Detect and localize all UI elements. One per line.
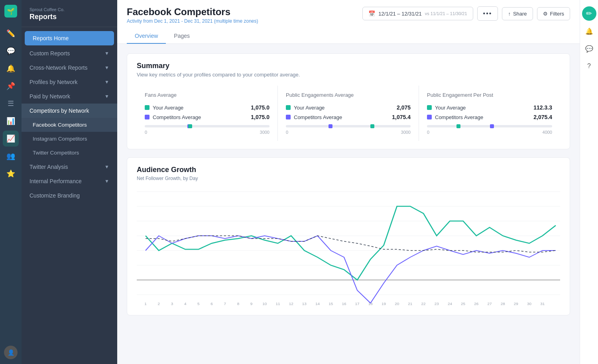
sidebar-item-internal-performance[interactable]: Internal Performance ▼ — [22, 174, 117, 188]
sidebar-item-instagram-competitors[interactable]: Instagram Competitors — [22, 132, 117, 146]
tab-pages[interactable]: Pages — [166, 29, 198, 44]
sidebar-item-profiles-by-network[interactable]: Profiles by Network ▼ — [22, 75, 117, 89]
sidebar-item-custom-reports-label: Custom Reports — [30, 50, 70, 57]
help-button[interactable]: ? — [582, 59, 596, 73]
nav-icon-social[interactable]: 👥 — [3, 148, 19, 164]
user-avatar[interactable]: 👤 — [4, 346, 18, 359]
svg-text:2: 2 — [158, 301, 160, 305]
sidebar-item-facebook-label: Facebook Competitors — [33, 122, 87, 128]
sidebar-item-instagram-label: Instagram Competitors — [33, 136, 87, 142]
svg-text:9: 9 — [250, 301, 253, 305]
main-header: Facebook Competitors Activity from Dec 1… — [117, 0, 580, 44]
engagement-your-label: Your Average — [294, 105, 325, 111]
compose-button[interactable]: ✏ — [582, 6, 596, 21]
engagement-bar-track — [286, 125, 411, 127]
sidebar-nav: Reports Home Custom Reports ▼ Cross-Netw… — [22, 27, 117, 364]
more-options-button[interactable]: ••• — [477, 6, 498, 21]
per-post-axis-min: 0 — [427, 130, 429, 135]
svg-text:18: 18 — [368, 301, 373, 305]
sidebar-item-twitter-competitors[interactable]: Twitter Competitors — [22, 146, 117, 160]
svg-text:22: 22 — [421, 301, 426, 305]
notifications-button[interactable]: 🔔 — [582, 24, 596, 38]
nav-icon-compose[interactable]: ✏️ — [3, 25, 19, 41]
svg-text:5: 5 — [197, 301, 200, 305]
nav-icon-reports[interactable]: 📈 — [3, 131, 19, 147]
summary-card: Summary View key metrics of your profile… — [127, 53, 570, 149]
nav-icon-inbox[interactable]: 💬 — [3, 43, 19, 59]
sidebar-brand: Sprout Coffee Co. — [30, 7, 109, 12]
chevron-icon: ▼ — [104, 65, 109, 70]
sidebar-item-twitter-label: Twitter Competitors — [33, 150, 79, 156]
calendar-icon: 📅 — [368, 10, 375, 17]
svg-text:27: 27 — [487, 301, 492, 305]
svg-text:1: 1 — [144, 301, 147, 305]
svg-text:13: 13 — [302, 301, 307, 305]
sidebar: Sprout Coffee Co. Reports Reports Home C… — [22, 0, 117, 364]
nav-icon-star[interactable]: ⭐ — [3, 166, 19, 182]
engagement-your-marker — [370, 124, 374, 128]
metric-fans-average: Fans Average Your Average 1,075.0 Compet… — [137, 86, 278, 141]
per-post-your-legend: Your Average — [427, 105, 466, 111]
nav-icon-publish[interactable]: 📌 — [3, 78, 19, 94]
svg-text:26: 26 — [474, 301, 478, 305]
filters-button[interactable]: ⚙ Filters — [537, 7, 570, 20]
per-post-your-marker — [456, 124, 460, 128]
metric-fans-comp-row: Competitors Average 1,075.0 — [145, 114, 269, 120]
share-icon: ↑ — [508, 11, 511, 17]
subtitle-prefix: Activity from Dec 1, 2021 - Dec 31, 2021… — [127, 18, 216, 24]
fans-your-label: Your Average — [153, 105, 183, 111]
chart-container: 60 50 40 30 20 10 0 -10 1 — [137, 188, 560, 307]
audience-growth-title: Audience Growth — [137, 166, 560, 174]
metric-engagement-label: Public Engagements Average — [286, 92, 411, 98]
header-top: Facebook Competitors Activity from Dec 1… — [127, 6, 570, 24]
sidebar-section-title: Reports — [30, 13, 109, 21]
audience-growth-chart: 60 50 40 30 20 10 0 -10 1 — [137, 188, 560, 307]
share-label: Share — [513, 11, 527, 17]
tab-overview[interactable]: Overview — [127, 29, 166, 44]
svg-text:25: 25 — [461, 301, 465, 305]
sidebar-item-cross-network[interactable]: Cross-Network Reports ▼ — [22, 61, 117, 75]
per-post-your-row: Your Average 112.3.3 — [427, 104, 552, 111]
header-actions: 📅 12/1/21 – 12/31/21 vs 11/1/21 – 11/30/… — [362, 6, 570, 21]
sidebar-item-customize-branding[interactable]: Customize Branding — [22, 188, 117, 203]
page-title: Facebook Competitors — [127, 6, 258, 18]
svg-text:20: 20 — [395, 301, 399, 305]
sidebar-item-twitter-analysis-label: Twitter Analysis — [30, 164, 68, 170]
svg-text:29: 29 — [514, 301, 518, 305]
svg-text:8: 8 — [237, 301, 240, 305]
share-button[interactable]: ↑ Share — [502, 7, 533, 20]
svg-text:21: 21 — [408, 301, 412, 305]
per-post-bar-axis: 0 4000 — [427, 130, 552, 135]
sidebar-item-branding-label: Customize Branding — [30, 192, 80, 199]
chart-subtitle: Net Follower Growth, by Day — [137, 176, 560, 181]
fans-axis-max: 3000 — [260, 130, 269, 135]
date-range-picker[interactable]: 📅 12/1/21 – 12/31/21 vs 11/1/21 – 11/30/… — [362, 7, 473, 20]
app-logo: 🌱 — [4, 5, 17, 18]
filters-icon: ⚙ — [543, 11, 548, 17]
nav-icon-notifications[interactable]: 🔔 — [3, 61, 19, 76]
sidebar-item-facebook-competitors[interactable]: Facebook Competitors — [22, 118, 117, 132]
main-content: Facebook Competitors Activity from Dec 1… — [117, 0, 580, 364]
filters-label: Filters — [550, 11, 564, 17]
purple-dot — [145, 115, 150, 119]
sidebar-item-competitors-by-network[interactable]: Competitors by Network — [22, 104, 117, 118]
chevron-icon: ▼ — [104, 164, 109, 170]
sidebar-item-twitter-analysis[interactable]: Twitter Analysis ▼ — [22, 160, 117, 174]
per-post-comp-legend: Competitors Average — [427, 114, 483, 120]
engagement-your-legend: Your Average — [286, 105, 325, 111]
nav-icon-tasks[interactable]: ☰ — [3, 96, 19, 112]
summary-subtitle: View key metrics of your profiles compar… — [137, 72, 560, 78]
page-subtitle: Activity from Dec 1, 2021 - Dec 31, 2021… — [127, 18, 258, 24]
teal-dot — [427, 105, 432, 110]
engagement-your-value: 2,075 — [397, 104, 411, 111]
nav-icon-analytics[interactable]: 📊 — [3, 113, 19, 129]
sidebar-item-reports-home[interactable]: Reports Home — [25, 31, 114, 45]
sidebar-item-paid-by-network[interactable]: Paid by Network ▼ — [22, 89, 117, 104]
subtitle-link[interactable]: multiple — [216, 18, 232, 24]
svg-text:15: 15 — [329, 301, 333, 305]
chevron-icon: ▼ — [104, 178, 109, 184]
svg-text:12: 12 — [289, 301, 293, 305]
sidebar-item-custom-reports[interactable]: Custom Reports ▼ — [22, 46, 117, 61]
engagement-comp-label: Competitors Average — [294, 114, 342, 120]
chat-button[interactable]: 💬 — [582, 41, 596, 56]
